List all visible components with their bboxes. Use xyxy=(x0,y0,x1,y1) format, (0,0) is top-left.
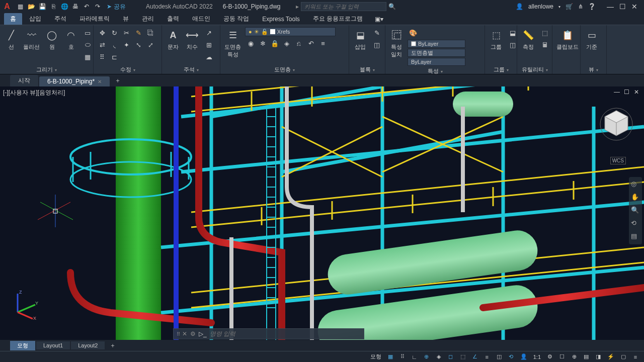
polyline-button[interactable]: 〰폴리선 xyxy=(22,27,41,52)
dropdown-icon[interactable]: ▾ xyxy=(558,5,560,9)
save-icon[interactable]: 💾 xyxy=(37,2,47,12)
ribbon-tab-manage[interactable]: 관리 xyxy=(136,13,160,25)
ungroup-icon[interactable]: ⬓ xyxy=(507,27,518,38)
insert-button[interactable]: ⬓삽입 xyxy=(352,27,368,52)
vp-close-icon[interactable]: ✕ xyxy=(634,88,641,96)
color-combo[interactable]: ByLayer xyxy=(408,40,465,48)
layer-prev-icon[interactable]: ↶ xyxy=(305,38,316,49)
user-icon[interactable]: 👤 xyxy=(516,3,523,10)
color-wheel-icon[interactable]: 🎨 xyxy=(408,27,419,38)
group-edit-icon[interactable]: ◫ xyxy=(507,39,518,50)
group-button[interactable]: ⬚그룹 xyxy=(488,27,504,52)
cycling-icon[interactable]: ⟲ xyxy=(507,352,516,361)
file-tab-add[interactable]: ＋ xyxy=(111,75,125,86)
panel-block-label[interactable]: 블록 xyxy=(352,65,382,74)
ribbon-tab-featured[interactable]: 주요 응용프로그램 xyxy=(307,13,369,25)
paste-button[interactable]: 📋클립보드 xyxy=(555,27,580,52)
lweight-icon[interactable]: ≡ xyxy=(482,352,492,361)
layer-freeze-icon[interactable]: ❄ xyxy=(257,38,268,49)
block-attr-icon[interactable]: ◫ xyxy=(371,39,382,50)
user-name[interactable]: allenlowe xyxy=(528,3,553,10)
scale-icon[interactable]: ⤢ xyxy=(145,39,156,50)
file-tab-start[interactable]: 시작 xyxy=(10,75,38,86)
status-model[interactable]: 모형 xyxy=(369,352,383,361)
search-input[interactable] xyxy=(301,2,386,11)
web-icon[interactable]: 🌐 xyxy=(59,2,69,12)
share-button[interactable]: ➤ 공유 xyxy=(107,3,126,11)
mirror-icon[interactable]: ⇄ xyxy=(97,39,108,50)
units-icon[interactable]: ▤ xyxy=(582,352,591,361)
erase-icon[interactable]: ✎ xyxy=(133,27,144,38)
linetype-combo[interactable]: ByLayer xyxy=(408,58,465,66)
panel-modify-label[interactable]: 수정 xyxy=(97,65,158,74)
measure-button[interactable]: 📏측정 xyxy=(520,27,536,52)
drag-handle-icon[interactable]: ⠿ xyxy=(177,331,179,337)
command-input[interactable] xyxy=(210,330,361,337)
ribbon-tab-express[interactable]: Express Tools xyxy=(256,14,305,24)
line-button[interactable]: ╱선 xyxy=(3,27,19,52)
hatch-icon[interactable]: ▦ xyxy=(82,51,93,62)
table-icon[interactable]: ⊞ xyxy=(203,39,214,50)
leader-icon[interactable]: ↗ xyxy=(203,27,214,38)
grid-icon[interactable]: ▦ xyxy=(386,352,395,361)
transparency-icon[interactable]: ◫ xyxy=(495,352,504,361)
stretch-icon[interactable]: ⤡ xyxy=(133,39,144,50)
cloud-icon[interactable]: ☁ xyxy=(203,51,214,62)
drawing-canvas[interactable]: [-][사용자 뷰][음영처리] — ☐ ✕ xyxy=(0,86,644,340)
ortho-icon[interactable]: ∟ xyxy=(410,352,419,361)
ribbon-tab-collab[interactable]: 공동 작업 xyxy=(217,13,255,25)
explode-icon[interactable]: ✦ xyxy=(121,39,132,50)
panel-props-label[interactable]: 특성 xyxy=(388,66,481,75)
wcs-label[interactable]: WCS xyxy=(610,157,626,164)
layout-tab-model[interactable]: 모형 xyxy=(10,341,35,350)
showmotion-icon[interactable]: ▤ xyxy=(631,232,640,241)
rotate-icon[interactable]: ↻ xyxy=(109,27,120,38)
layer-lock-icon[interactable]: 🔒 xyxy=(269,38,280,49)
orbit-icon[interactable]: ⟲ xyxy=(631,219,640,228)
gear-icon[interactable]: ⚙ xyxy=(545,352,554,361)
ribbon-tab-parametric[interactable]: 파라메트릭 xyxy=(73,13,116,25)
osnap-icon[interactable]: ◻ xyxy=(446,352,455,361)
circle-button[interactable]: ◯원 xyxy=(44,27,60,52)
ribbon-tab-addins[interactable]: 애드인 xyxy=(186,13,216,25)
viewport-label[interactable]: [-][사용자 뷰][음영처리] xyxy=(3,88,65,97)
ucs-icon[interactable]: Z Y X xyxy=(10,290,40,320)
base-view-button[interactable]: ▭기준 xyxy=(584,27,600,52)
match-props-button[interactable]: ⿸특성 일치 xyxy=(388,27,405,59)
undo-icon[interactable]: ↶ xyxy=(82,2,92,12)
cleanscreen-icon[interactable]: ▢ xyxy=(619,352,628,361)
app-switcher-icon[interactable]: ⋔ xyxy=(578,3,583,10)
customize-icon[interactable]: ⚙ xyxy=(190,330,196,337)
panel-group-label[interactable]: 그룹 xyxy=(488,65,514,74)
plot-icon[interactable]: 🖶 xyxy=(70,2,80,12)
ribbon-tab-annotate[interactable]: 주석 xyxy=(48,13,72,25)
viewcube[interactable] xyxy=(599,107,634,142)
new-icon[interactable]: ▦ xyxy=(15,2,25,12)
pan-icon[interactable]: ✋ xyxy=(631,193,640,202)
ribbon-tab-output[interactable]: 출력 xyxy=(161,13,185,25)
zoom-icon[interactable]: 🔍 xyxy=(631,206,640,215)
fillet-icon[interactable]: ◟ xyxy=(109,39,120,50)
command-line[interactable]: ⠿ ✕ ⚙ ▷_ xyxy=(173,328,364,339)
anno-monitor-icon[interactable]: ⊕ xyxy=(570,352,579,361)
arc-button[interactable]: ◠호 xyxy=(63,27,79,52)
redo-icon[interactable]: ↷ xyxy=(93,2,103,12)
layer-match-icon[interactable]: ⎌ xyxy=(293,38,304,49)
ribbon-tab-insert[interactable]: 삽입 xyxy=(23,13,47,25)
block-edit-icon[interactable]: ✎ xyxy=(371,27,382,38)
ellipse-icon[interactable]: ⬭ xyxy=(82,39,93,50)
help-icon[interactable]: ❔ xyxy=(588,3,596,10)
layer-state-icon[interactable]: ≡ xyxy=(317,38,329,49)
lineweight-combo[interactable]: 도면층별 xyxy=(408,49,465,57)
hardware-icon[interactable]: ⚡ xyxy=(606,352,616,361)
ribbon-tab-home[interactable]: 홈 xyxy=(4,13,22,25)
close-icon[interactable]: ✕ xyxy=(98,79,102,84)
vp-maximize-icon[interactable]: ☐ xyxy=(624,88,631,96)
cart-icon[interactable]: 🛒 xyxy=(566,3,573,10)
layer-iso-icon[interactable]: ◈ xyxy=(281,38,292,49)
panel-draw-label[interactable]: 그리기 xyxy=(3,65,90,74)
maximize-button[interactable]: ☐ xyxy=(618,2,627,11)
quickprops-icon[interactable]: ◨ xyxy=(594,352,603,361)
close-icon[interactable]: ✕ xyxy=(182,330,187,337)
select-icon[interactable]: ⬚ xyxy=(539,27,550,38)
